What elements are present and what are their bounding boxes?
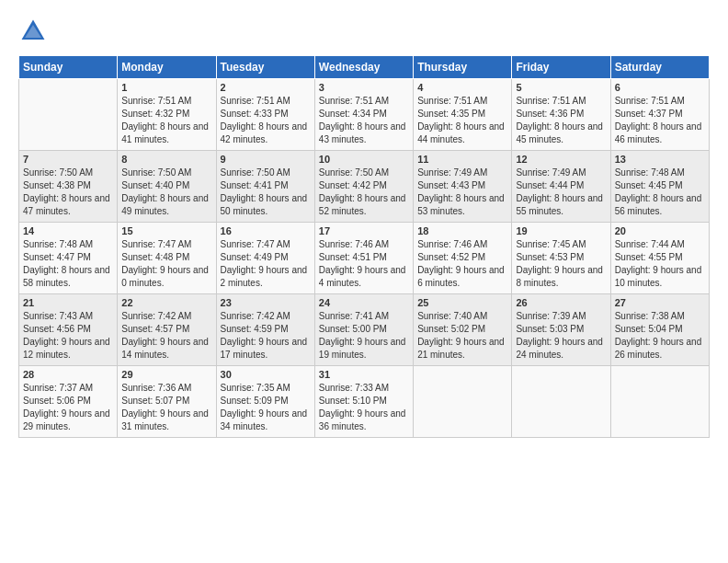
day-info: Sunrise: 7:47 AMSunset: 4:48 PMDaylight:… xyxy=(121,238,211,290)
day-info: Sunrise: 7:50 AMSunset: 4:40 PMDaylight:… xyxy=(121,167,211,218)
calendar-cell: 7Sunrise: 7:50 AMSunset: 4:38 PMDaylight… xyxy=(19,151,118,223)
day-number: 18 xyxy=(417,225,507,236)
day-info: Sunrise: 7:41 AMSunset: 5:00 PMDaylight:… xyxy=(319,310,409,362)
day-number: 8 xyxy=(121,154,211,165)
calendar-cell: 15Sunrise: 7:47 AMSunset: 4:48 PMDayligh… xyxy=(118,223,216,294)
calendar-cell xyxy=(512,366,610,438)
calendar-cell: 31Sunrise: 7:33 AMSunset: 5:10 PMDayligh… xyxy=(314,366,413,438)
calendar-cell: 3Sunrise: 7:51 AMSunset: 4:34 PMDaylight… xyxy=(314,79,413,151)
day-number: 14 xyxy=(23,225,113,236)
day-number: 10 xyxy=(319,154,409,165)
calendar-cell xyxy=(19,79,118,151)
day-number: 7 xyxy=(23,154,113,165)
day-number: 9 xyxy=(221,154,311,165)
day-info: Sunrise: 7:51 AMSunset: 4:35 PMDaylight:… xyxy=(417,95,507,146)
day-number: 24 xyxy=(319,297,409,308)
day-number: 27 xyxy=(615,297,705,308)
day-number: 23 xyxy=(221,297,311,308)
day-info: Sunrise: 7:51 AMSunset: 4:33 PMDaylight:… xyxy=(221,95,311,146)
calendar-cell: 28Sunrise: 7:37 AMSunset: 5:06 PMDayligh… xyxy=(19,366,118,438)
day-info: Sunrise: 7:44 AMSunset: 4:55 PMDaylight:… xyxy=(615,238,705,290)
day-info: Sunrise: 7:42 AMSunset: 4:57 PMDaylight:… xyxy=(121,310,211,362)
day-info: Sunrise: 7:45 AMSunset: 4:53 PMDaylight:… xyxy=(516,238,606,290)
day-number: 20 xyxy=(615,225,705,236)
day-info: Sunrise: 7:49 AMSunset: 4:44 PMDaylight:… xyxy=(516,167,606,218)
calendar-cell: 5Sunrise: 7:51 AMSunset: 4:36 PMDaylight… xyxy=(512,79,610,151)
calendar-cell: 19Sunrise: 7:45 AMSunset: 4:53 PMDayligh… xyxy=(512,223,610,294)
calendar-week-row: 21Sunrise: 7:43 AMSunset: 4:56 PMDayligh… xyxy=(19,294,710,366)
day-number: 1 xyxy=(121,82,211,93)
calendar-cell: 9Sunrise: 7:50 AMSunset: 4:41 PMDaylight… xyxy=(216,151,314,223)
calendar-cell: 6Sunrise: 7:51 AMSunset: 4:37 PMDaylight… xyxy=(610,79,709,151)
day-number: 21 xyxy=(23,297,113,308)
day-number: 6 xyxy=(615,82,705,93)
calendar-cell xyxy=(610,366,709,438)
calendar-cell: 22Sunrise: 7:42 AMSunset: 4:57 PMDayligh… xyxy=(118,294,216,366)
calendar-cell: 1Sunrise: 7:51 AMSunset: 4:32 PMDaylight… xyxy=(118,79,216,151)
calendar-cell: 17Sunrise: 7:46 AMSunset: 4:51 PMDayligh… xyxy=(314,223,413,294)
day-info: Sunrise: 7:51 AMSunset: 4:37 PMDaylight:… xyxy=(615,95,705,146)
calendar-table: SundayMondayTuesdayWednesdayThursdayFrid… xyxy=(18,55,710,438)
header xyxy=(18,17,710,46)
day-info: Sunrise: 7:47 AMSunset: 4:49 PMDaylight:… xyxy=(221,238,311,290)
calendar-cell: 10Sunrise: 7:50 AMSunset: 4:42 PMDayligh… xyxy=(314,151,413,223)
calendar-cell: 8Sunrise: 7:50 AMSunset: 4:40 PMDaylight… xyxy=(118,151,216,223)
calendar-cell: 27Sunrise: 7:38 AMSunset: 5:04 PMDayligh… xyxy=(610,294,709,366)
logo-icon xyxy=(18,17,48,46)
day-number: 11 xyxy=(417,154,507,165)
day-info: Sunrise: 7:36 AMSunset: 5:07 PMDaylight:… xyxy=(121,382,211,433)
day-info: Sunrise: 7:38 AMSunset: 5:04 PMDaylight:… xyxy=(615,310,705,362)
day-info: Sunrise: 7:51 AMSunset: 4:34 PMDaylight:… xyxy=(319,95,409,146)
day-info: Sunrise: 7:42 AMSunset: 4:59 PMDaylight:… xyxy=(221,310,311,362)
day-info: Sunrise: 7:46 AMSunset: 4:52 PMDaylight:… xyxy=(417,238,507,290)
day-number: 26 xyxy=(516,297,606,308)
day-number: 16 xyxy=(221,225,311,236)
calendar-cell: 16Sunrise: 7:47 AMSunset: 4:49 PMDayligh… xyxy=(216,223,314,294)
day-number: 3 xyxy=(319,82,409,93)
day-info: Sunrise: 7:37 AMSunset: 5:06 PMDaylight:… xyxy=(23,382,113,433)
day-info: Sunrise: 7:50 AMSunset: 4:38 PMDaylight:… xyxy=(23,167,113,218)
calendar-week-row: 7Sunrise: 7:50 AMSunset: 4:38 PMDaylight… xyxy=(19,151,710,223)
calendar-cell: 24Sunrise: 7:41 AMSunset: 5:00 PMDayligh… xyxy=(314,294,413,366)
day-info: Sunrise: 7:35 AMSunset: 5:09 PMDaylight:… xyxy=(221,382,311,433)
calendar-cell: 25Sunrise: 7:40 AMSunset: 5:02 PMDayligh… xyxy=(414,294,512,366)
day-number: 2 xyxy=(221,82,311,93)
day-info: Sunrise: 7:33 AMSunset: 5:10 PMDaylight:… xyxy=(319,382,409,433)
day-info: Sunrise: 7:39 AMSunset: 5:03 PMDaylight:… xyxy=(516,310,606,362)
day-number: 30 xyxy=(221,369,311,380)
day-info: Sunrise: 7:51 AMSunset: 4:32 PMDaylight:… xyxy=(121,95,211,146)
calendar-cell: 12Sunrise: 7:49 AMSunset: 4:44 PMDayligh… xyxy=(512,151,610,223)
day-info: Sunrise: 7:46 AMSunset: 4:51 PMDaylight:… xyxy=(319,238,409,290)
day-number: 12 xyxy=(516,154,606,165)
day-of-week-header: Monday xyxy=(118,56,216,79)
calendar-cell: 23Sunrise: 7:42 AMSunset: 4:59 PMDayligh… xyxy=(216,294,314,366)
calendar-cell: 4Sunrise: 7:51 AMSunset: 4:35 PMDaylight… xyxy=(414,79,512,151)
day-info: Sunrise: 7:51 AMSunset: 4:36 PMDaylight:… xyxy=(516,95,606,146)
header-row: SundayMondayTuesdayWednesdayThursdayFrid… xyxy=(19,56,710,79)
calendar-week-row: 28Sunrise: 7:37 AMSunset: 5:06 PMDayligh… xyxy=(19,366,710,438)
day-of-week-header: Thursday xyxy=(414,56,512,79)
day-number: 17 xyxy=(319,225,409,236)
day-of-week-header: Friday xyxy=(512,56,610,79)
calendar-cell: 30Sunrise: 7:35 AMSunset: 5:09 PMDayligh… xyxy=(216,366,314,438)
day-of-week-header: Tuesday xyxy=(216,56,314,79)
day-number: 15 xyxy=(121,225,211,236)
day-of-week-header: Saturday xyxy=(610,56,709,79)
calendar-cell: 2Sunrise: 7:51 AMSunset: 4:33 PMDaylight… xyxy=(216,79,314,151)
calendar-cell: 29Sunrise: 7:36 AMSunset: 5:07 PMDayligh… xyxy=(118,366,216,438)
calendar-cell: 21Sunrise: 7:43 AMSunset: 4:56 PMDayligh… xyxy=(19,294,118,366)
day-number: 19 xyxy=(516,225,606,236)
day-info: Sunrise: 7:50 AMSunset: 4:41 PMDaylight:… xyxy=(221,167,311,218)
calendar-cell: 20Sunrise: 7:44 AMSunset: 4:55 PMDayligh… xyxy=(610,223,709,294)
calendar-cell: 18Sunrise: 7:46 AMSunset: 4:52 PMDayligh… xyxy=(414,223,512,294)
day-number: 29 xyxy=(121,369,211,380)
day-number: 4 xyxy=(417,82,507,93)
logo xyxy=(18,17,53,46)
calendar-cell: 13Sunrise: 7:48 AMSunset: 4:45 PMDayligh… xyxy=(610,151,709,223)
day-number: 25 xyxy=(417,297,507,308)
calendar-cell: 14Sunrise: 7:48 AMSunset: 4:47 PMDayligh… xyxy=(19,223,118,294)
calendar-cell xyxy=(414,366,512,438)
day-number: 5 xyxy=(516,82,606,93)
day-info: Sunrise: 7:49 AMSunset: 4:43 PMDaylight:… xyxy=(417,167,507,218)
calendar-cell: 11Sunrise: 7:49 AMSunset: 4:43 PMDayligh… xyxy=(414,151,512,223)
